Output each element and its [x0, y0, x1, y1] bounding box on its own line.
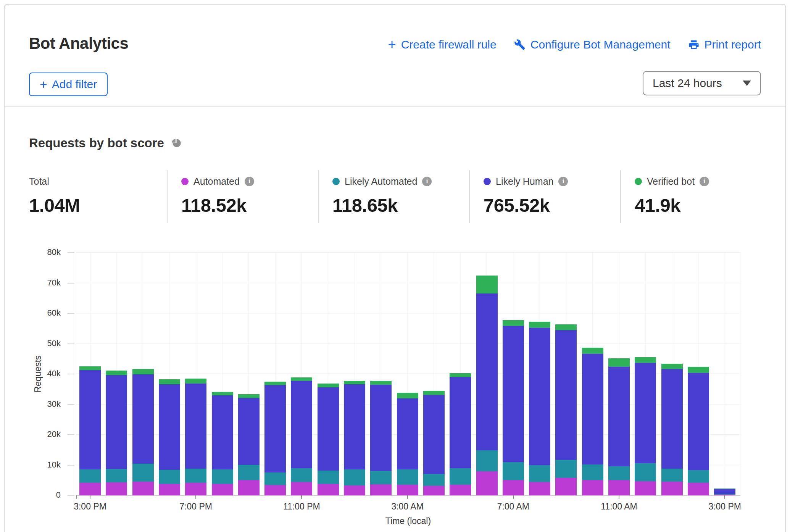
bar-segment-likely-human[interactable]	[185, 384, 206, 469]
chart-bar[interactable]	[370, 381, 392, 495]
chart-bar[interactable]	[608, 358, 630, 495]
bar-segment-likely-automated[interactable]	[212, 469, 233, 484]
chart-bar[interactable]	[555, 324, 577, 495]
bar-segment-automated[interactable]	[476, 471, 498, 495]
bar-segment-verified-bot[interactable]	[503, 320, 524, 326]
bar-segment-automated[interactable]	[608, 480, 630, 495]
bar-segment-automated[interactable]	[423, 486, 445, 495]
bar-segment-likely-automated[interactable]	[555, 460, 577, 478]
bar-segment-likely-automated[interactable]	[132, 464, 154, 482]
bar-segment-likely-human[interactable]	[238, 398, 260, 465]
bar-segment-automated[interactable]	[529, 482, 550, 495]
bar-segment-likely-automated[interactable]	[291, 468, 312, 482]
bar-segment-verified-bot[interactable]	[238, 394, 260, 398]
bar-segment-likely-human[interactable]	[555, 330, 577, 460]
chart-bar[interactable]	[212, 392, 233, 495]
bar-segment-likely-automated[interactable]	[661, 469, 683, 482]
bar-segment-likely-automated[interactable]	[688, 470, 709, 483]
bar-segment-likely-automated[interactable]	[635, 463, 656, 481]
bar-segment-automated[interactable]	[688, 483, 709, 495]
bar-segment-verified-bot[interactable]	[555, 324, 577, 330]
create-firewall-rule-link[interactable]: + Create firewall rule	[388, 38, 497, 51]
bar-segment-verified-bot[interactable]	[79, 366, 101, 370]
time-range-dropdown[interactable]: Last 24 hours	[643, 71, 761, 95]
bar-segment-verified-bot[interactable]	[185, 379, 206, 384]
chart-bar[interactable]	[106, 371, 127, 495]
bar-segment-likely-human[interactable]	[503, 326, 524, 462]
bar-segment-verified-bot[interactable]	[635, 357, 656, 363]
bar-segment-verified-bot[interactable]	[688, 367, 709, 373]
bar-segment-automated[interactable]	[450, 485, 471, 495]
bar-segment-automated[interactable]	[318, 484, 339, 495]
bar-segment-likely-human[interactable]	[370, 385, 392, 471]
bar-segment-likely-automated[interactable]	[159, 470, 180, 484]
bar-segment-likely-human[interactable]	[661, 369, 683, 469]
chart-bar[interactable]	[661, 364, 683, 495]
bar-segment-automated[interactable]	[238, 480, 260, 495]
info-icon[interactable]: i	[558, 177, 568, 186]
bar-segment-verified-bot[interactable]	[608, 358, 630, 367]
bar-segment-verified-bot[interactable]	[529, 322, 550, 328]
bar-segment-verified-bot[interactable]	[582, 348, 603, 354]
chart-bar[interactable]	[688, 367, 709, 495]
bar-segment-verified-bot[interactable]	[212, 392, 233, 396]
bar-segment-likely-human[interactable]	[423, 395, 445, 474]
chart-bar[interactable]	[476, 276, 498, 495]
chart-bar[interactable]	[529, 322, 550, 495]
bar-segment-likely-human[interactable]	[714, 489, 735, 494]
bar-segment-likely-human[interactable]	[608, 367, 630, 466]
chart-bar[interactable]	[264, 382, 286, 495]
bar-segment-automated[interactable]	[661, 482, 683, 495]
bar-segment-verified-bot[interactable]	[450, 373, 471, 377]
bar-segment-likely-human[interactable]	[106, 375, 127, 469]
bar-segment-automated[interactable]	[159, 484, 180, 495]
bar-segment-automated[interactable]	[185, 483, 206, 495]
bar-segment-likely-human[interactable]	[318, 387, 339, 471]
bar-segment-likely-human[interactable]	[688, 373, 709, 470]
bar-segment-likely-human[interactable]	[212, 395, 233, 469]
chart-bar[interactable]	[450, 373, 471, 495]
chart-bar[interactable]	[714, 488, 735, 495]
bar-segment-automated[interactable]	[503, 480, 524, 495]
info-icon[interactable]: i	[700, 177, 709, 186]
bar-segment-likely-automated[interactable]	[608, 466, 630, 480]
print-report-link[interactable]: Print report	[688, 38, 761, 51]
bar-segment-likely-automated[interactable]	[318, 471, 339, 484]
chart-bar[interactable]	[238, 394, 260, 496]
bar-segment-likely-human[interactable]	[264, 385, 286, 472]
bar-segment-verified-bot[interactable]	[397, 393, 418, 398]
chart-bar[interactable]	[159, 379, 180, 495]
bar-segment-automated[interactable]	[106, 482, 127, 495]
bar-segment-likely-human[interactable]	[476, 293, 498, 450]
bar-segment-likely-human[interactable]	[291, 381, 312, 468]
bar-segment-likely-automated[interactable]	[106, 469, 127, 482]
bar-segment-likely-human[interactable]	[529, 328, 550, 465]
bar-segment-likely-human[interactable]	[344, 384, 365, 469]
bar-segment-verified-bot[interactable]	[423, 391, 445, 395]
add-filter-button[interactable]: + Add filter	[29, 73, 108, 96]
bar-segment-verified-bot[interactable]	[344, 381, 365, 384]
bar-segment-likely-human[interactable]	[132, 374, 154, 464]
bar-segment-likely-human[interactable]	[79, 370, 101, 469]
bar-segment-likely-automated[interactable]	[370, 471, 392, 485]
bar-segment-automated[interactable]	[344, 485, 365, 495]
bar-segment-likely-human[interactable]	[159, 384, 180, 470]
info-icon[interactable]: i	[422, 177, 432, 186]
chart-bar[interactable]	[635, 357, 656, 495]
chart-bar[interactable]	[582, 348, 603, 495]
bar-segment-likely-automated[interactable]	[397, 469, 418, 485]
bar-segment-likely-automated[interactable]	[185, 469, 206, 483]
chart-bar[interactable]	[397, 393, 418, 495]
chart-bar[interactable]	[503, 320, 524, 495]
bar-segment-likely-automated[interactable]	[423, 474, 445, 486]
configure-bot-management-link[interactable]: Configure Bot Management	[514, 38, 671, 51]
bar-segment-automated[interactable]	[397, 485, 418, 495]
chart-bar[interactable]	[318, 384, 339, 495]
bar-segment-likely-automated[interactable]	[503, 462, 524, 480]
bar-segment-verified-bot[interactable]	[264, 382, 286, 385]
chart-bar[interactable]	[423, 391, 445, 495]
bar-segment-automated[interactable]	[370, 484, 392, 495]
bar-segment-likely-human[interactable]	[450, 377, 471, 468]
chart-bar[interactable]	[344, 381, 365, 495]
chart-bar[interactable]	[132, 369, 154, 495]
